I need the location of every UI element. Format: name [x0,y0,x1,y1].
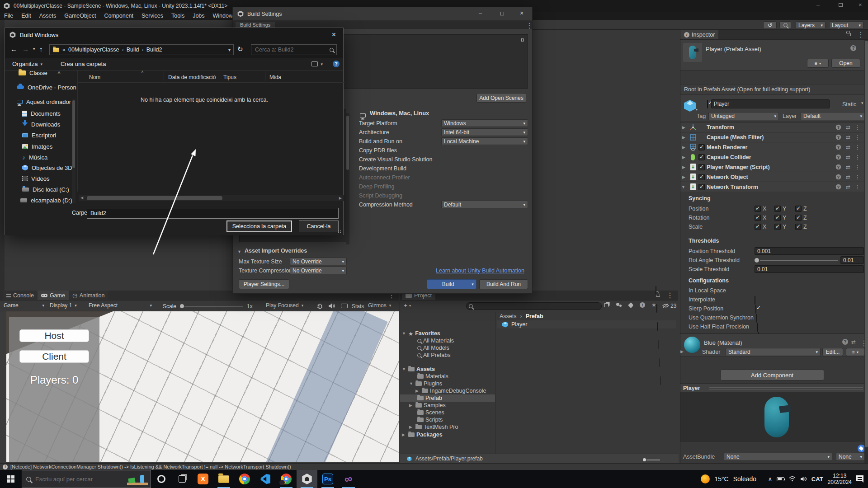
preview-drag-handle[interactable] [709,387,863,389]
taskbar-opera-icon[interactable] [151,470,172,488]
interpolate-checkbox[interactable] [755,305,756,314]
tree-scenes[interactable]: Scenes [417,409,444,416]
organize-menu[interactable]: Organitza [12,61,38,67]
folder-name-input[interactable] [87,208,339,219]
sync-z-checkbox[interactable] [795,215,802,221]
more-icon[interactable] [855,134,860,141]
build-and-run-on-dropdown[interactable]: Local Machine [441,137,528,145]
sidebar-item-this-pc[interactable]: Aquest ordinador [17,98,71,106]
target-platform-dropdown[interactable]: Windows [441,119,528,127]
mute-audio-icon[interactable] [328,303,335,309]
menu-services[interactable]: Services [137,13,167,19]
refresh-icon[interactable] [237,45,243,53]
taskbar-photoshop-icon[interactable]: Ps [317,470,338,488]
architecture-dropdown[interactable]: Intel 64-bit [441,128,528,136]
wifi-icon[interactable] [789,476,796,482]
menu-gameobject[interactable]: GameObject [60,13,100,19]
thumbnail-size-track[interactable] [646,460,660,460]
weather-desc[interactable]: Soleado [733,475,756,483]
presets-icon[interactable] [846,124,850,131]
tree-assets[interactable]: Assets [402,366,435,373]
active-checkbox[interactable] [707,100,708,108]
build-and-run-button[interactable]: Build And Run [479,279,528,289]
cancel-button[interactable]: Cancel·la [299,221,339,232]
taskbar-chrome-icon[interactable] [234,470,255,488]
filter-by-type-icon[interactable] [616,303,619,306]
breadcrumb-build2[interactable]: Build2 [146,47,162,53]
taskbar-explorer-icon[interactable] [213,470,234,488]
filter-important-icon[interactable]: ! [640,302,645,308]
tree-all-models[interactable]: All Models [417,344,449,352]
editor-search-icon[interactable] [779,21,791,29]
weather-temp[interactable]: 15°C [714,475,728,483]
column-type[interactable]: Tipus [223,74,236,80]
foldout-icon[interactable] [682,165,685,169]
resize-grip[interactable] [338,230,342,234]
preview-header[interactable]: Player [680,383,868,392]
foldout-icon[interactable] [682,155,685,160]
presets-icon[interactable] [846,184,850,190]
tree-plugins[interactable]: Plugins [409,380,442,387]
tag-dropdown[interactable]: Untagged [708,112,779,120]
sync-y-checkbox[interactable] [774,215,781,221]
more-icon[interactable] [855,174,860,180]
use-quaternion-checkbox[interactable] [757,323,758,332]
compression-method-dropdown[interactable]: Default [441,201,528,208]
play-focused-dropdown[interactable]: Play Focused [266,302,303,309]
clock[interactable]: 12:1320/2/2024 [828,473,852,485]
rot-threshold-field[interactable]: 0.01 [840,256,864,264]
vsync-grid-icon[interactable] [341,304,348,308]
gizmos-dropdown[interactable]: Gizmos [368,302,391,309]
enabled-checkbox[interactable] [698,154,705,160]
layer-dropdown[interactable]: Default [801,112,865,120]
asset-item-player[interactable]: Player [497,320,676,328]
taskbar-chrome2-icon[interactable] [276,470,297,488]
up-icon[interactable] [39,45,43,53]
sidebar-item-onedrive[interactable]: OneDrive - Person [17,83,76,91]
breadcrumb-project[interactable]: 00MultiplayerClasse [68,47,119,53]
material-sphere-thumbnail[interactable] [684,337,700,353]
foldout-closed-icon[interactable] [409,403,414,408]
column-name[interactable]: Nom [89,74,100,80]
menu-jobs[interactable]: Jobs [189,13,208,19]
presets-icon[interactable] [846,164,850,170]
scale-threshold-field[interactable]: 0.01 [755,265,864,273]
inspector-scrollbar[interactable] [864,40,868,463]
enabled-checkbox[interactable] [698,184,705,190]
shader-edit-button[interactable]: Edit... [822,348,843,356]
tree-prefab-selected[interactable]: Prefab [400,394,495,402]
sync-y-checkbox[interactable] [774,224,781,230]
create-vs-solution-checkbox[interactable] [656,304,657,313]
slerp-position-checkbox[interactable] [756,314,757,323]
client-button[interactable]: Client [19,350,89,363]
sidebar-item-desktop[interactable]: Escriptori [22,131,56,139]
help-icon[interactable]: ? [842,339,848,345]
taskbar-xampp-icon[interactable]: X [193,470,213,488]
tree-scripts[interactable]: Scripts [417,416,443,423]
maximize-button[interactable] [500,12,504,15]
tree-divider[interactable] [495,312,495,454]
assetbundle-dropdown[interactable]: None [724,453,832,461]
tree-packages[interactable]: Packages [402,431,443,438]
more-icon[interactable] [855,184,860,190]
material-list-button[interactable]: ≡ [846,348,865,356]
help-icon[interactable]: ? [850,45,856,51]
stats-toggle[interactable]: Stats [352,303,364,310]
column-date[interactable]: Data de modificació [168,74,216,80]
dialog-titlebar[interactable]: Build Windows [5,28,343,42]
sidebar-item-d-drive[interactable]: elcampalab (D:) [20,196,72,204]
presets-icon[interactable] [846,134,850,141]
address-bar[interactable]: 00MultiplayerClasse Build Build2 [49,44,234,55]
status-bar[interactable]: ! [Netcode] NetworkConnectionManager Shu… [0,463,868,470]
preview-area[interactable] [680,392,868,442]
properties-list-button[interactable]: ≡ [807,59,829,68]
foldout-open-icon[interactable] [237,249,241,254]
search-in-icon[interactable] [604,303,609,307]
more-icon[interactable] [855,164,860,170]
position-threshold-field[interactable]: 0.001 [755,247,864,255]
build-options-chevron[interactable] [469,280,476,289]
rot-threshold-track[interactable] [760,260,838,261]
menu-assets[interactable]: Assets [35,13,61,19]
menu-component[interactable]: Component [100,13,137,19]
aspect-dropdown[interactable]: Free Aspect [89,302,152,309]
